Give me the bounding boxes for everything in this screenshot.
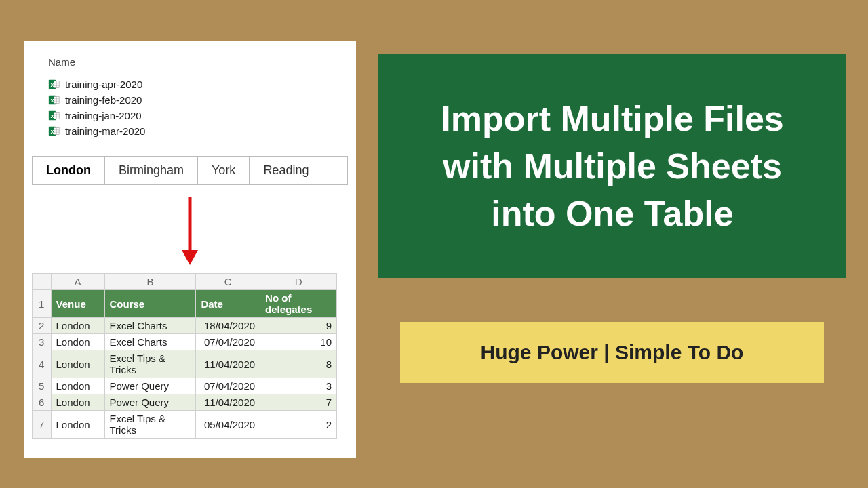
select-all-corner[interactable] [33,274,52,290]
tab-birmingham[interactable]: Birmingham [105,157,198,184]
file-name: training-jan-2020 [65,110,142,121]
column-header[interactable]: C [196,274,260,290]
cell[interactable]: London [51,350,104,378]
table-header-cell[interactable]: Venue [51,290,104,318]
row-header[interactable]: 7 [33,411,52,439]
cell[interactable]: Excel Charts [104,334,196,350]
cell[interactable]: 11/04/2020 [196,350,260,378]
cell[interactable]: 7 [260,394,337,411]
cell[interactable]: 8 [260,350,337,378]
left-panel: Name X training-apr-2020 X training-feb-… [24,41,356,458]
file-item[interactable]: X training-feb-2020 [48,94,348,106]
row-header[interactable]: 6 [33,394,52,411]
file-item[interactable]: X training-mar-2020 [48,125,348,137]
tab-york[interactable]: York [198,157,250,184]
cell[interactable]: 07/04/2020 [196,378,260,394]
svg-text:X: X [50,82,54,88]
cell[interactable]: London [51,378,104,394]
cell[interactable]: Power Query [104,394,196,411]
column-header[interactable]: D [260,274,337,290]
row-header[interactable]: 5 [33,378,52,394]
title-line: with Multiple Sheets [443,146,782,186]
arrow-down-icon [32,197,348,265]
file-name: training-mar-2020 [65,125,145,137]
table-header-cell[interactable]: Course [104,290,196,318]
cell[interactable]: London [51,318,104,334]
cell[interactable]: 18/04/2020 [196,318,260,334]
subtitle-text: Huge Power | Simple To Do [481,341,744,364]
file-name: training-apr-2020 [65,79,142,90]
excel-file-icon: X [48,125,60,137]
tab-reading[interactable]: Reading [250,157,347,184]
cell[interactable]: 3 [260,378,337,394]
cell[interactable]: London [51,394,104,411]
excel-file-icon: X [48,94,60,106]
row-header[interactable]: 3 [33,334,52,350]
cell[interactable]: 11/04/2020 [196,394,260,411]
excel-file-icon: X [48,110,60,121]
row-header[interactable]: 1 [33,290,52,318]
row-header[interactable]: 2 [33,318,52,334]
cell[interactable]: Excel Tips & Tricks [104,411,196,439]
column-header[interactable]: B [104,274,196,290]
title-line: into One Table [491,194,733,233]
row-header[interactable]: 4 [33,350,52,378]
title-line: Import Multiple Files [441,99,784,138]
cell[interactable]: London [51,334,104,350]
cell[interactable]: 10 [260,334,337,350]
svg-text:X: X [50,129,54,135]
cell[interactable]: 05/04/2020 [196,411,260,439]
title-card: Import Multiple Files with Multiple Shee… [378,54,846,278]
cell[interactable]: London [51,411,104,439]
file-list: X training-apr-2020 X training-feb-2020 … [48,79,348,137]
file-name: training-feb-2020 [65,94,142,106]
spreadsheet: A B C D 1 Venue Course Date No of delega… [32,273,337,439]
cell[interactable]: Excel Tips & Tricks [104,350,196,378]
file-list-column-header: Name [48,56,348,68]
file-item[interactable]: X training-jan-2020 [48,110,348,121]
sheet-tabs: London Birmingham York Reading [32,156,348,185]
tab-london[interactable]: London [33,157,105,184]
file-item[interactable]: X training-apr-2020 [48,79,348,90]
cell[interactable]: 9 [260,318,337,334]
column-header[interactable]: A [51,274,104,290]
cell[interactable]: 2 [260,411,337,439]
cell[interactable]: Excel Charts [104,318,196,334]
svg-text:X: X [50,113,54,119]
table-header-cell[interactable]: No of delegates [260,290,337,318]
excel-file-icon: X [48,79,60,90]
svg-marker-25 [182,250,198,265]
svg-text:X: X [50,98,54,104]
table-header-cell[interactable]: Date [196,290,260,318]
cell[interactable]: 07/04/2020 [196,334,260,350]
subtitle-card: Huge Power | Simple To Do [400,322,824,383]
cell[interactable]: Power Query [104,378,196,394]
